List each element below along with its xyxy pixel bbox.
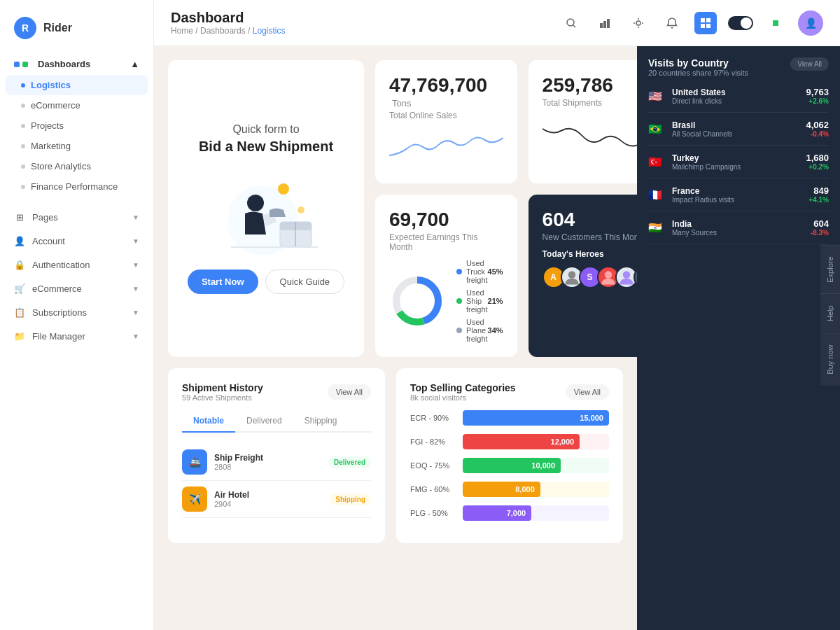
categories-bars: ECR - 90% 15,000 FGI - 82% 12,000 — [410, 410, 609, 521]
svg-line-1 — [573, 25, 575, 27]
sidebar-item-marketing-label: Marketing — [31, 141, 71, 151]
user-avatar[interactable]: 👤 — [798, 10, 823, 36]
theme-toggle[interactable] — [728, 16, 753, 30]
svg-rect-6 — [701, 18, 705, 22]
breadcrumb-dashboards[interactable]: Dashboards — [200, 26, 246, 36]
bar-label-0: ECR - 90% — [410, 414, 456, 422]
sidebar-section-dashboards: Dashboards ▲ Logistics eCommerce Project… — [0, 53, 153, 197]
shipment-name-0: Ship Freight — [214, 453, 321, 463]
sidebar-item-logistics-label: Logistics — [31, 80, 71, 90]
grid-icon-2 — [22, 62, 28, 67]
sidebar-item-ecommerce[interactable]: eCommerce — [0, 95, 153, 115]
metric-value-sales: 47,769,700 Tons — [389, 74, 503, 109]
right-panel-inner: Visits by Country 20 countries share 97%… — [648, 57, 829, 244]
flag-in: 🇮🇳 — [648, 221, 665, 234]
metric-unit-sales: Tons — [392, 98, 411, 108]
explore-tab[interactable]: Explore — [820, 244, 840, 293]
file-chevron: ▼ — [132, 332, 139, 340]
country-info-fr: France Impact Radius visits — [672, 186, 802, 204]
country-item-0: 🇺🇸 United States Direct link clicks 9,76… — [648, 80, 829, 113]
visits-title: Visits by Country — [648, 57, 748, 69]
ecommerce-main-label: eCommerce — [32, 284, 82, 294]
shipment-icon-0: 🚢 — [182, 449, 207, 475]
country-trend-fr: +4.1% — [808, 196, 829, 204]
visits-title-area: Visits by Country 20 countries share 97%… — [648, 57, 748, 77]
svg-point-12 — [298, 206, 304, 214]
sidebar-item-file-manager[interactable]: 📁 File Manager ▼ — [0, 324, 153, 348]
main-area: Dashboard Home / Dashboards / Logistics — [154, 0, 840, 630]
sidebar: R Rider Dashboards ▲ Logistics eCommerce — [0, 0, 154, 630]
bar-fill-1: 12,000 — [463, 434, 580, 449]
sidebar-item-subscriptions[interactable]: 📋 Subscriptions ▼ — [0, 300, 153, 324]
categories-view-all[interactable]: View All — [566, 384, 609, 400]
sub-chevron: ▼ — [132, 309, 139, 316]
sub-icon: 📋 — [14, 307, 25, 318]
theme-dot — [741, 18, 752, 29]
country-source-fr: Impact Radius visits — [672, 196, 802, 204]
settings-button[interactable] — [627, 12, 650, 34]
help-tab[interactable]: Help — [820, 294, 840, 333]
tab-delivered[interactable]: Delivered — [235, 410, 293, 433]
buynow-tab[interactable]: Buy now — [820, 332, 840, 385]
country-visits-in: 604 — [811, 218, 829, 229]
shipment-num-1: 2904 — [214, 500, 323, 508]
svg-rect-4 — [607, 19, 610, 28]
chart-button[interactable] — [594, 12, 616, 34]
right-vertical-tabs: Explore Help Buy now — [820, 244, 840, 385]
dot-store — [21, 164, 25, 169]
flag-fr: 🇫🇷 — [648, 188, 665, 201]
heroes-avatars: A S +2 — [542, 266, 637, 288]
sidebar-item-marketing[interactable]: Marketing — [0, 136, 153, 156]
sidebar-item-authentication[interactable]: 🔒 Authentication ▼ — [0, 253, 153, 276]
country-stats-us: 9,763 +2.6% — [806, 87, 829, 105]
sidebar-item-ecommerce-main[interactable]: 🛒 eCommerce ▼ — [0, 276, 153, 300]
auth-label: Authentication — [32, 260, 90, 270]
promo-subtitle: Bid a New Shipment — [199, 139, 333, 155]
breadcrumb-home[interactable]: Home — [171, 26, 193, 36]
country-trend-br: -0.4% — [806, 130, 829, 138]
flag-us: 🇺🇸 — [648, 90, 665, 102]
country-info-tr: Turkey Mailchimp Campaigns — [672, 153, 799, 171]
bar-item-2: EOQ - 75% 10,000 — [410, 458, 609, 473]
shipment-view-all[interactable]: View All — [328, 384, 371, 400]
shipment-num-0: 2808 — [214, 463, 321, 471]
quick-guide-button[interactable]: Quick Guide — [265, 270, 345, 294]
ecommerce-icon: 🛒 — [14, 283, 25, 294]
start-now-button[interactable]: Start Now — [188, 270, 258, 294]
sidebar-item-store-analytics[interactable]: Store Analytics — [0, 156, 153, 176]
metric-value-customers: 604 — [542, 209, 637, 231]
sidebar-item-projects[interactable]: Projects — [0, 115, 153, 136]
notifications-button[interactable] — [661, 12, 683, 34]
tab-notable[interactable]: Notable — [182, 410, 235, 433]
country-name-in: India — [672, 219, 804, 229]
sidebar-item-logistics[interactable]: Logistics — [6, 75, 148, 95]
search-button[interactable] — [560, 12, 582, 34]
country-source-br: All Social Channels — [672, 130, 799, 138]
logo-icon: R — [14, 17, 36, 39]
categories-title-area: Top Selling Categories 8k social visitor… — [410, 382, 516, 402]
shipment-history-card: Shipment History 59 Active Shipments Vie… — [168, 368, 385, 543]
visits-view-all[interactable]: View All — [790, 57, 829, 71]
breadcrumb-current: Logistics — [253, 26, 286, 36]
shipment-title-area: Shipment History 59 Active Shipments — [182, 382, 263, 402]
tab-shipping[interactable]: Shipping — [293, 410, 349, 433]
dashboards-section-header[interactable]: Dashboards ▲ — [0, 53, 153, 75]
bar-fill-4: 7,000 — [463, 505, 531, 521]
svg-rect-8 — [701, 24, 705, 28]
shipment-item-1: ✈️ Air Hotel 2904 Shipping — [182, 481, 371, 518]
sidebar-item-account[interactable]: 👤 Account ▼ — [0, 229, 153, 253]
metric-label-shipments: Total Shipments — [542, 98, 637, 108]
bar-item-1: FGI - 82% 12,000 — [410, 434, 609, 449]
sidebar-item-pages[interactable]: ⊞ Pages ▼ — [0, 205, 153, 229]
legend-ship: Used Ship freight 21% — [456, 288, 503, 314]
file-label: File Manager — [32, 331, 85, 342]
shipment-tabs: Notable Delivered Shipping — [182, 410, 371, 433]
grid-view-button[interactable] — [694, 12, 717, 34]
shipment-item-0: 🚢 Ship Freight 2808 Delivered — [182, 444, 371, 481]
grid-icon — [700, 18, 711, 29]
sidebar-item-finance[interactable]: Finance Performance — [0, 176, 153, 197]
country-item-1: 🇧🇷 Brasil All Social Channels 4,062 -0.4… — [648, 113, 829, 146]
svg-point-0 — [567, 19, 574, 26]
bar-item-4: PLG - 50% 7,000 — [410, 505, 609, 521]
metric-card-earnings: 69,700 Expected Earnings This Month — [375, 195, 517, 357]
